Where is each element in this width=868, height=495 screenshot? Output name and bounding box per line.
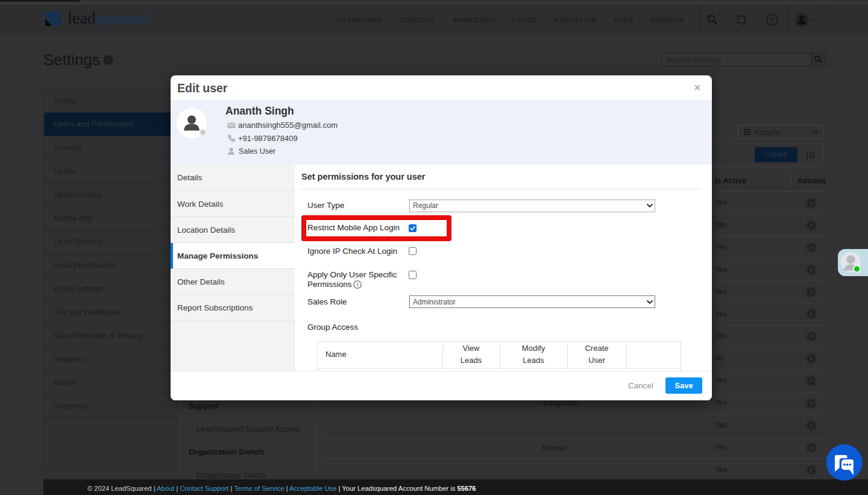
svg-text:?: ? xyxy=(106,57,110,64)
svg-text:i: i xyxy=(357,282,359,288)
svg-text:?: ? xyxy=(770,16,775,25)
